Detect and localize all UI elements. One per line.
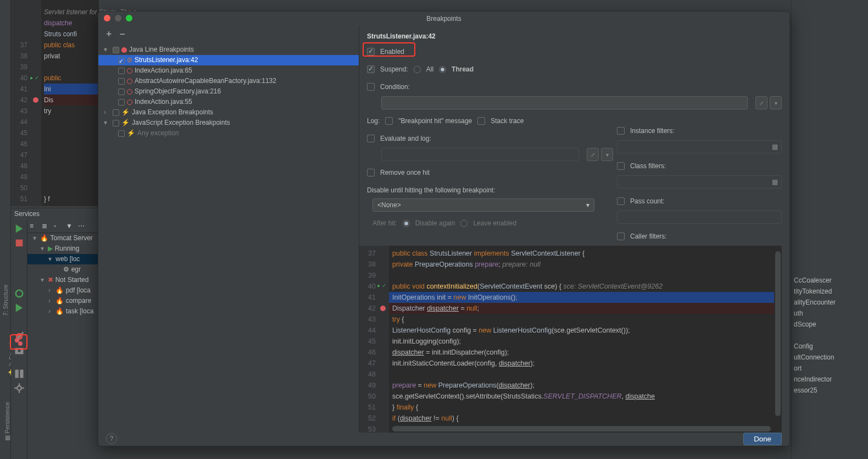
services-tree[interactable]: ≡ ≣ ▫ ▼ ⋯ ▾ 🔥 Tomcat Server▾ ▶ Running▾ … [27, 220, 99, 459]
class-filters-input[interactable]: ▦ [617, 175, 782, 189]
breakpoint-icon[interactable] [380, 306, 386, 311]
frame-item[interactable]: ultConnection [792, 352, 868, 363]
frame-item[interactable]: uth [792, 308, 868, 319]
tree-item[interactable]: SpringObjectFactory.java:216 [98, 86, 359, 97]
right-panel-remnant: CcCoalescertityTokenizedalityEncounterut… [791, 0, 868, 459]
leave-enabled-radio[interactable] [460, 220, 468, 227]
settings-icon[interactable] [14, 383, 25, 394]
window-controls[interactable] [104, 15, 132, 21]
frame-item[interactable] [792, 330, 868, 341]
pass-count-checkbox[interactable] [617, 197, 625, 205]
frame-item[interactable]: CcCoalescer [792, 275, 868, 286]
tree-group-js-exception[interactable]: ▾⚡ JavaScript Exception Breakpoints [98, 118, 359, 128]
condition-input[interactable] [381, 96, 748, 109]
svg-point-1 [15, 290, 23, 297]
service-item[interactable]: › 🔥 task [loca [27, 306, 99, 317]
caller-filters-checkbox[interactable] [617, 233, 625, 240]
folder-icon[interactable]: ▦ [772, 178, 778, 186]
breakpoint-tree[interactable]: ▾ Java Line Breakpoints ⊘ StrutsListener… [98, 42, 359, 139]
tree-item[interactable]: AbstractAutowireCapableBeanFactory.java:… [98, 76, 359, 86]
svg-rect-0 [15, 240, 23, 247]
service-item[interactable]: › 🔥 compare [27, 296, 99, 306]
remove-once-checkbox[interactable] [367, 169, 375, 176]
service-item[interactable]: ▾ ▶ Running [27, 244, 99, 254]
expand-all-icon[interactable]: ≡ [30, 222, 38, 231]
instance-filters-input[interactable]: ▦ [617, 140, 782, 153]
pass-count-input[interactable] [617, 211, 782, 224]
muted-bp-icon: ⊘ [127, 55, 132, 65]
layout-icon[interactable] [14, 368, 25, 379]
disable-again-radio[interactable] [403, 220, 410, 227]
disable-until-select[interactable]: <None>▾ [372, 198, 594, 212]
services-header[interactable]: Services [11, 208, 99, 219]
frame-item[interactable]: essor25 [792, 385, 868, 396]
rerun-icon[interactable] [14, 223, 25, 234]
group-icon[interactable]: ▫ [54, 222, 63, 231]
history-icon[interactable]: ▾ [601, 148, 613, 161]
collapse-all-icon[interactable]: ≣ [42, 222, 51, 231]
stack-trace-checkbox[interactable] [477, 117, 485, 125]
tree-item-selected[interactable]: ⊘ StrutsListener.java:42 [98, 55, 359, 65]
suspend-checkbox[interactable] [367, 65, 375, 73]
frame-item[interactable]: tityTokenized [792, 286, 868, 297]
service-item[interactable]: ▾ 🔥 Tomcat Server [27, 233, 99, 244]
evaluate-input[interactable] [381, 148, 579, 161]
detail-title: StrutsListener.java:42 [367, 32, 782, 40]
frame-item[interactable]: Config [792, 341, 868, 352]
class-filters-checkbox[interactable] [617, 162, 625, 170]
suspend-all-radio[interactable] [414, 66, 421, 73]
tree-group-java-exception[interactable]: ›⚡ Java Exception Breakpoints [98, 107, 359, 118]
view-breakpoints-icon[interactable] [14, 338, 23, 346]
condition-checkbox[interactable] [367, 83, 375, 91]
structure-tab[interactable]: 7: Structure [2, 285, 9, 316]
add-breakpoint-icon[interactable]: + [106, 29, 112, 40]
evaluate-checkbox[interactable] [367, 135, 375, 142]
help-icon[interactable]: ? [106, 433, 117, 444]
close-icon[interactable] [104, 15, 110, 21]
breakpoint-icon [121, 47, 127, 53]
enabled-row[interactable]: Enabled [367, 46, 782, 58]
enabled-checkbox[interactable] [367, 48, 375, 56]
folder-icon[interactable]: ▦ [772, 143, 778, 151]
tree-group-java-line[interactable]: ▾ Java Line Breakpoints [98, 45, 359, 55]
service-item[interactable]: ⚙ egr [27, 264, 99, 275]
frame-item[interactable]: dScope [792, 319, 868, 330]
debug-restart-icon[interactable] [14, 288, 25, 299]
services-top-toolbar: ≡ ≣ ▫ ▼ ⋯ [27, 220, 99, 233]
frame-item[interactable]: ort [792, 363, 868, 374]
log-hit-checkbox[interactable] [385, 117, 393, 125]
history-icon[interactable]: ▾ [770, 96, 782, 109]
breakpoint-tree-pane: + − ▾ Java Line Breakpoints ⊘ StrutsList… [98, 26, 359, 433]
instance-filters-checkbox[interactable] [617, 127, 625, 135]
exception-icon: ⚡ [127, 128, 135, 139]
exception-icon: ⚡ [121, 118, 130, 128]
editor-background: 373839404142434445464748495051 Servlet l… [11, 0, 99, 206]
expand-icon[interactable]: ⤢ [587, 148, 599, 161]
camera-icon[interactable] [14, 345, 25, 356]
vertical-scrollbar[interactable] [775, 251, 781, 416]
frame-item[interactable]: nceIndirector [792, 374, 868, 385]
stop-icon[interactable] [14, 237, 25, 248]
minimize-icon[interactable] [115, 15, 121, 21]
horizontal-scrollbar[interactable] [392, 426, 771, 432]
expand-icon[interactable]: ⤢ [755, 96, 767, 109]
more-icon[interactable]: ⋯ [78, 222, 87, 231]
svg-point-8 [17, 386, 21, 390]
remove-breakpoint-icon[interactable]: − [120, 29, 126, 40]
tree-item[interactable]: IndexAction.java:65 [98, 65, 359, 76]
zoom-icon[interactable] [126, 15, 132, 21]
service-item[interactable]: ▾ web [loc [27, 254, 99, 264]
dialog-titlebar[interactable]: Breakpoints [98, 12, 789, 26]
service-item[interactable]: ▾ ✖ Not Started [27, 275, 99, 285]
code-preview[interactable]: 3738394041424344454647484950515253 publi… [359, 246, 782, 433]
svg-rect-6 [15, 370, 18, 378]
persistence-tab[interactable]: ▦ Persistence [4, 402, 11, 441]
resume-icon[interactable] [14, 302, 25, 313]
service-item[interactable]: › 🔥 pdf [loca [27, 285, 99, 296]
suspend-thread-radio[interactable] [439, 66, 446, 73]
frame-item[interactable]: alityEncounter [792, 297, 868, 308]
tree-item[interactable]: IndexAction.java:55 [98, 97, 359, 107]
done-button[interactable]: Done [743, 433, 782, 445]
filter-icon[interactable]: ▼ [66, 222, 75, 231]
tree-item-any-exception[interactable]: ⚡ Any exception [98, 128, 359, 139]
